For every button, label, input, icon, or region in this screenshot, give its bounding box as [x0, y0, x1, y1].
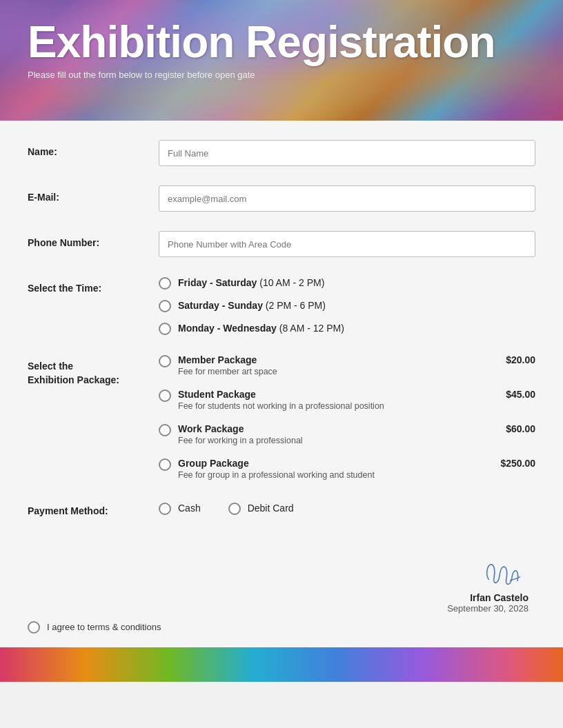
time-option-2[interactable]: Monday - Wednesday (8 AM - 12 PM) [159, 322, 535, 335]
payment-radio-debit[interactable] [228, 503, 241, 515]
signature-name: Irfan Castelo [470, 592, 529, 603]
footer-background [0, 647, 563, 682]
time-row: Select the Time: Friday - Saturday (10 A… [28, 276, 535, 335]
package-1: Student Package $45.00 Fee for students … [159, 389, 535, 411]
signature-date: September 30, 2028 [447, 603, 529, 614]
package-3: Group Package $250.00 Fee for group in a… [159, 458, 535, 480]
email-field-wrapper [159, 185, 535, 212]
time-radio-1[interactable] [159, 300, 171, 312]
header: Exhibition Registration Please fill out … [0, 0, 563, 121]
package-row: Select theExhibition Package: Member Pac… [28, 354, 535, 480]
name-row: Name: [28, 140, 535, 166]
time-option-0[interactable]: Friday - Saturday (10 AM - 2 PM) [159, 276, 535, 290]
payment-radio-cash[interactable] [159, 503, 171, 515]
phone-input[interactable] [159, 231, 535, 257]
package-radio-1[interactable] [159, 390, 171, 402]
package-label: Select theExhibition Package: [28, 354, 159, 387]
time-option-1[interactable]: Saturday - Sunday (2 PM - 6 PM) [159, 299, 535, 312]
time-radio-2[interactable] [159, 323, 171, 335]
phone-row: Phone Number: [28, 231, 535, 257]
time-label: Select the Time: [28, 276, 159, 296]
time-radio-0[interactable] [159, 277, 171, 290]
payment-debit[interactable]: Debit Card [228, 502, 294, 515]
payment-options: Cash Debit Card [159, 499, 535, 515]
signature-image [473, 552, 529, 589]
payment-row: Payment Method: Cash Debit Card [28, 499, 535, 518]
name-input[interactable] [159, 140, 535, 166]
package-radio-2[interactable] [159, 424, 171, 436]
page-subtitle: Please fill out the form below to regist… [28, 70, 535, 80]
email-input[interactable] [159, 185, 535, 212]
page-title: Exhibition Registration [28, 19, 535, 65]
email-row: E-Mail: [28, 185, 535, 212]
name-label: Name: [28, 140, 159, 159]
package-radio-3[interactable] [159, 458, 171, 471]
name-field-wrapper [159, 140, 535, 166]
package-2: Work Package $60.00 Fee for working in a… [159, 423, 535, 445]
form-area: Name: E-Mail: Phone Number: Select the T… [0, 121, 563, 552]
package-radio-0[interactable] [159, 355, 171, 367]
terms-label: I agree to terms & conditions [47, 622, 161, 632]
phone-label: Phone Number: [28, 231, 159, 250]
email-label: E-Mail: [28, 185, 159, 205]
time-options: Friday - Saturday (10 AM - 2 PM) Saturda… [159, 276, 535, 335]
payment-cash[interactable]: Cash [159, 502, 201, 515]
terms-row: I agree to terms & conditions [0, 614, 563, 647]
footer [0, 647, 563, 682]
phone-field-wrapper [159, 231, 535, 257]
payment-label: Payment Method: [28, 499, 159, 518]
package-options: Member Package $20.00 Fee for member art… [159, 354, 535, 480]
terms-checkbox[interactable] [28, 621, 40, 634]
package-0: Member Package $20.00 Fee for member art… [159, 354, 535, 376]
